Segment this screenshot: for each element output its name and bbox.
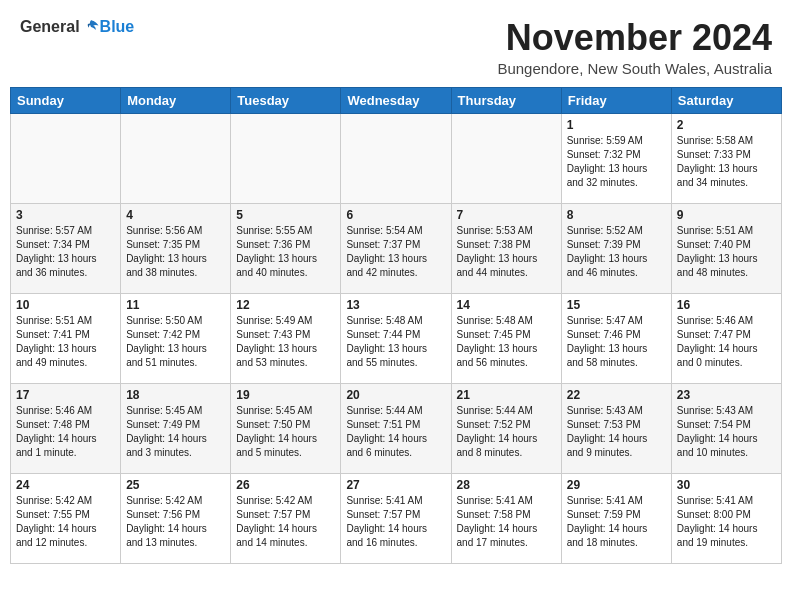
calendar-cell: 7Sunrise: 5:53 AM Sunset: 7:38 PM Daylig… (451, 203, 561, 293)
calendar-cell: 15Sunrise: 5:47 AM Sunset: 7:46 PM Dayli… (561, 293, 671, 383)
column-header-tuesday: Tuesday (231, 87, 341, 113)
day-info: Sunrise: 5:54 AM Sunset: 7:37 PM Dayligh… (346, 224, 445, 280)
day-info: Sunrise: 5:51 AM Sunset: 7:41 PM Dayligh… (16, 314, 115, 370)
day-number: 21 (457, 388, 556, 402)
calendar-cell: 2Sunrise: 5:58 AM Sunset: 7:33 PM Daylig… (671, 113, 781, 203)
day-number: 22 (567, 388, 666, 402)
day-info: Sunrise: 5:41 AM Sunset: 8:00 PM Dayligh… (677, 494, 776, 550)
day-info: Sunrise: 5:42 AM Sunset: 7:55 PM Dayligh… (16, 494, 115, 550)
day-number: 24 (16, 478, 115, 492)
location-subtitle: Bungendore, New South Wales, Australia (497, 60, 772, 77)
day-info: Sunrise: 5:44 AM Sunset: 7:52 PM Dayligh… (457, 404, 556, 460)
calendar-week-row: 24Sunrise: 5:42 AM Sunset: 7:55 PM Dayli… (11, 473, 782, 563)
day-number: 7 (457, 208, 556, 222)
calendar-cell: 3Sunrise: 5:57 AM Sunset: 7:34 PM Daylig… (11, 203, 121, 293)
column-header-sunday: Sunday (11, 87, 121, 113)
calendar-table: SundayMondayTuesdayWednesdayThursdayFrid… (10, 87, 782, 564)
calendar-cell: 11Sunrise: 5:50 AM Sunset: 7:42 PM Dayli… (121, 293, 231, 383)
calendar-cell: 19Sunrise: 5:45 AM Sunset: 7:50 PM Dayli… (231, 383, 341, 473)
day-number: 28 (457, 478, 556, 492)
day-number: 3 (16, 208, 115, 222)
calendar-cell: 20Sunrise: 5:44 AM Sunset: 7:51 PM Dayli… (341, 383, 451, 473)
day-info: Sunrise: 5:47 AM Sunset: 7:46 PM Dayligh… (567, 314, 666, 370)
day-number: 27 (346, 478, 445, 492)
calendar-cell: 22Sunrise: 5:43 AM Sunset: 7:53 PM Dayli… (561, 383, 671, 473)
day-number: 11 (126, 298, 225, 312)
logo-general-text: General (20, 18, 80, 36)
day-info: Sunrise: 5:56 AM Sunset: 7:35 PM Dayligh… (126, 224, 225, 280)
day-info: Sunrise: 5:43 AM Sunset: 7:53 PM Dayligh… (567, 404, 666, 460)
day-number: 1 (567, 118, 666, 132)
calendar-cell (121, 113, 231, 203)
calendar-cell: 25Sunrise: 5:42 AM Sunset: 7:56 PM Dayli… (121, 473, 231, 563)
day-number: 17 (16, 388, 115, 402)
day-number: 15 (567, 298, 666, 312)
calendar-cell: 29Sunrise: 5:41 AM Sunset: 7:59 PM Dayli… (561, 473, 671, 563)
day-info: Sunrise: 5:43 AM Sunset: 7:54 PM Dayligh… (677, 404, 776, 460)
calendar-week-row: 1Sunrise: 5:59 AM Sunset: 7:32 PM Daylig… (11, 113, 782, 203)
calendar-cell: 10Sunrise: 5:51 AM Sunset: 7:41 PM Dayli… (11, 293, 121, 383)
calendar-cell: 8Sunrise: 5:52 AM Sunset: 7:39 PM Daylig… (561, 203, 671, 293)
day-info: Sunrise: 5:45 AM Sunset: 7:50 PM Dayligh… (236, 404, 335, 460)
calendar-cell: 9Sunrise: 5:51 AM Sunset: 7:40 PM Daylig… (671, 203, 781, 293)
calendar-cell: 26Sunrise: 5:42 AM Sunset: 7:57 PM Dayli… (231, 473, 341, 563)
calendar-header-row: SundayMondayTuesdayWednesdayThursdayFrid… (11, 87, 782, 113)
calendar-cell: 12Sunrise: 5:49 AM Sunset: 7:43 PM Dayli… (231, 293, 341, 383)
calendar-cell (341, 113, 451, 203)
day-number: 2 (677, 118, 776, 132)
column-header-thursday: Thursday (451, 87, 561, 113)
day-info: Sunrise: 5:42 AM Sunset: 7:57 PM Dayligh… (236, 494, 335, 550)
day-info: Sunrise: 5:44 AM Sunset: 7:51 PM Dayligh… (346, 404, 445, 460)
calendar-week-row: 17Sunrise: 5:46 AM Sunset: 7:48 PM Dayli… (11, 383, 782, 473)
calendar-cell: 17Sunrise: 5:46 AM Sunset: 7:48 PM Dayli… (11, 383, 121, 473)
calendar-week-row: 3Sunrise: 5:57 AM Sunset: 7:34 PM Daylig… (11, 203, 782, 293)
calendar-cell (11, 113, 121, 203)
day-number: 5 (236, 208, 335, 222)
day-number: 25 (126, 478, 225, 492)
logo-bird-icon (82, 18, 100, 36)
calendar-cell: 13Sunrise: 5:48 AM Sunset: 7:44 PM Dayli… (341, 293, 451, 383)
day-info: Sunrise: 5:41 AM Sunset: 7:58 PM Dayligh… (457, 494, 556, 550)
day-info: Sunrise: 5:41 AM Sunset: 7:59 PM Dayligh… (567, 494, 666, 550)
day-info: Sunrise: 5:49 AM Sunset: 7:43 PM Dayligh… (236, 314, 335, 370)
title-section: November 2024 Bungendore, New South Wale… (497, 18, 772, 77)
day-info: Sunrise: 5:48 AM Sunset: 7:44 PM Dayligh… (346, 314, 445, 370)
calendar-cell: 16Sunrise: 5:46 AM Sunset: 7:47 PM Dayli… (671, 293, 781, 383)
day-number: 6 (346, 208, 445, 222)
calendar-cell: 5Sunrise: 5:55 AM Sunset: 7:36 PM Daylig… (231, 203, 341, 293)
day-number: 4 (126, 208, 225, 222)
day-number: 8 (567, 208, 666, 222)
calendar-cell: 14Sunrise: 5:48 AM Sunset: 7:45 PM Dayli… (451, 293, 561, 383)
calendar-cell: 1Sunrise: 5:59 AM Sunset: 7:32 PM Daylig… (561, 113, 671, 203)
calendar-cell (451, 113, 561, 203)
day-info: Sunrise: 5:50 AM Sunset: 7:42 PM Dayligh… (126, 314, 225, 370)
day-number: 26 (236, 478, 335, 492)
day-info: Sunrise: 5:45 AM Sunset: 7:49 PM Dayligh… (126, 404, 225, 460)
column-header-saturday: Saturday (671, 87, 781, 113)
day-info: Sunrise: 5:41 AM Sunset: 7:57 PM Dayligh… (346, 494, 445, 550)
day-number: 30 (677, 478, 776, 492)
day-number: 16 (677, 298, 776, 312)
day-info: Sunrise: 5:58 AM Sunset: 7:33 PM Dayligh… (677, 134, 776, 190)
day-info: Sunrise: 5:53 AM Sunset: 7:38 PM Dayligh… (457, 224, 556, 280)
day-number: 18 (126, 388, 225, 402)
calendar-week-row: 10Sunrise: 5:51 AM Sunset: 7:41 PM Dayli… (11, 293, 782, 383)
calendar-cell: 30Sunrise: 5:41 AM Sunset: 8:00 PM Dayli… (671, 473, 781, 563)
day-info: Sunrise: 5:52 AM Sunset: 7:39 PM Dayligh… (567, 224, 666, 280)
column-header-friday: Friday (561, 87, 671, 113)
day-info: Sunrise: 5:51 AM Sunset: 7:40 PM Dayligh… (677, 224, 776, 280)
logo: General Blue (20, 18, 134, 36)
calendar-cell: 23Sunrise: 5:43 AM Sunset: 7:54 PM Dayli… (671, 383, 781, 473)
day-info: Sunrise: 5:42 AM Sunset: 7:56 PM Dayligh… (126, 494, 225, 550)
month-title: November 2024 (497, 18, 772, 58)
day-info: Sunrise: 5:55 AM Sunset: 7:36 PM Dayligh… (236, 224, 335, 280)
day-number: 29 (567, 478, 666, 492)
calendar-cell: 4Sunrise: 5:56 AM Sunset: 7:35 PM Daylig… (121, 203, 231, 293)
calendar-cell (231, 113, 341, 203)
calendar-cell: 27Sunrise: 5:41 AM Sunset: 7:57 PM Dayli… (341, 473, 451, 563)
column-header-monday: Monday (121, 87, 231, 113)
day-number: 20 (346, 388, 445, 402)
column-header-wednesday: Wednesday (341, 87, 451, 113)
page-header: General Blue November 2024 Bungendore, N… (10, 10, 782, 81)
day-number: 9 (677, 208, 776, 222)
